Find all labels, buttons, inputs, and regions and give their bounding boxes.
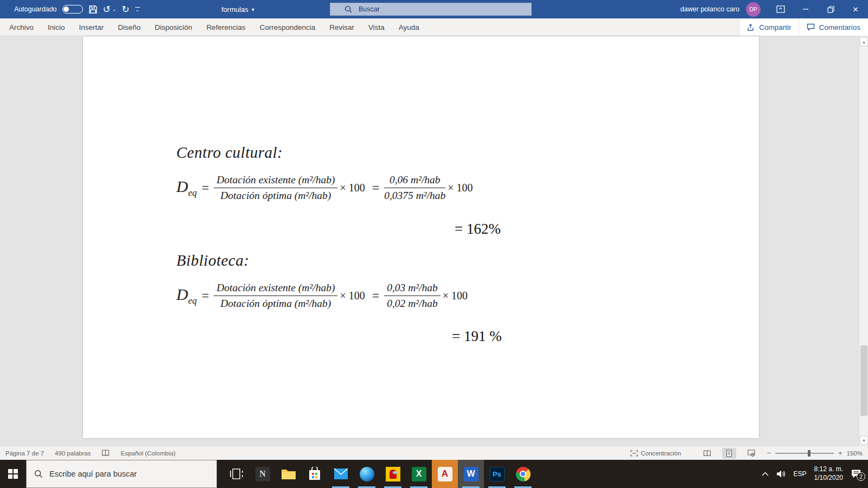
tab-disposicion[interactable]: Disposición: [148, 18, 199, 36]
speaker-icon: [776, 470, 786, 478]
taskbar-app-mail[interactable]: [328, 460, 354, 488]
tab-archivo[interactable]: Archivo: [2, 18, 41, 36]
scrollbar-thumb[interactable]: [860, 345, 867, 416]
ribbon-display-options-icon[interactable]: [768, 0, 793, 18]
print-layout-icon[interactable]: [722, 448, 736, 459]
taskbar-search-placeholder: Escribe aquí para buscar: [49, 470, 137, 478]
tab-ayuda[interactable]: Ayuda: [392, 18, 426, 36]
action-center-button[interactable]: 2: [851, 469, 861, 479]
taskbar-app-among-us[interactable]: [380, 460, 406, 488]
undo-dropdown-icon[interactable]: ⌄: [112, 7, 117, 12]
vertical-scrollbar[interactable]: ▲ ▼: [859, 36, 868, 446]
zoom-in-button[interactable]: +: [838, 449, 843, 457]
zoom-level[interactable]: 150%: [847, 450, 863, 457]
fraction-denominator: 0,0375 m²/hab: [384, 188, 445, 202]
scroll-down-icon[interactable]: ▼: [860, 436, 868, 445]
fraction-denominator: 0,02 m²/hab: [384, 296, 441, 310]
math-symbol-deq: Deq: [176, 285, 197, 306]
status-bar: Página 7 de 7 490 palabras Español (Colo…: [0, 446, 868, 460]
task-view-button[interactable]: [224, 460, 250, 488]
windows-taskbar: Escribe aquí para buscar N X A W Ps: [0, 460, 868, 488]
document-title-text: formulas: [221, 5, 248, 14]
user-name[interactable]: dawer polanco caro: [680, 5, 739, 13]
clock-date: 1/10/2020: [814, 474, 843, 483]
zoom-slider[interactable]: [775, 453, 834, 454]
photoshop-icon: Ps: [490, 467, 505, 481]
ribbon-right-buttons: Compartir Comentarios: [739, 18, 868, 36]
language-indicator[interactable]: Español (Colombia): [120, 450, 175, 457]
focus-mode-button[interactable]: Concentración: [630, 450, 681, 457]
start-button[interactable]: [0, 460, 26, 488]
word-count[interactable]: 490 palabras: [55, 450, 91, 457]
comments-button[interactable]: Comentarios: [799, 18, 868, 36]
document-page[interactable]: Centro cultural: Deq = Dotación existent…: [83, 36, 759, 438]
scroll-up-icon[interactable]: ▲: [860, 37, 868, 46]
show-hidden-icons-button[interactable]: [762, 472, 769, 476]
taskbar-search-input[interactable]: Escribe aquí para buscar: [26, 460, 217, 488]
title-bar: Autoguardado ↺ ⌄ ↻ ⌄ formulas ▾ Buscar d…: [0, 0, 868, 18]
mail-icon: [334, 468, 348, 480]
taskbar-app-word[interactable]: W: [458, 460, 484, 488]
tab-inicio[interactable]: Inicio: [41, 18, 72, 36]
taskbar-app-photoshop[interactable]: Ps: [484, 460, 510, 488]
undo-icon[interactable]: ↺: [103, 5, 111, 14]
taskbar-app-excel[interactable]: X: [406, 460, 432, 488]
search-icon: [34, 470, 43, 478]
microsoft-store-icon: [308, 467, 322, 481]
equals-sign: =: [372, 181, 380, 195]
read-mode-icon[interactable]: [700, 448, 714, 459]
edge-icon: [360, 467, 374, 481]
result-centro-cultural: = 162%: [455, 221, 501, 237]
minimize-icon[interactable]: [793, 0, 818, 18]
tab-correspondencia[interactable]: Correspondencia: [252, 18, 322, 36]
equals-sign: =: [202, 288, 209, 303]
fraction-denominator: Dotación óptima (m²/hab): [214, 296, 337, 310]
taskbar-app-autocad[interactable]: A: [432, 460, 458, 488]
autocad-icon: A: [438, 467, 452, 481]
zoom-slider-thumb[interactable]: [808, 450, 810, 457]
fraction-numerator: 0,06 m²/hab: [384, 174, 445, 188]
share-button[interactable]: Compartir: [739, 18, 799, 36]
autosave-toggle[interactable]: [62, 5, 83, 14]
save-icon[interactable]: [88, 5, 98, 14]
ribbon-tabs: Archivo Inicio Insertar Diseño Disposici…: [0, 18, 426, 36]
fraction-values: 0,03 m²/hab 0,02 m²/hab: [384, 281, 441, 311]
redo-icon[interactable]: ↻: [122, 5, 129, 14]
tab-referencias[interactable]: Referencias: [199, 18, 252, 36]
close-icon[interactable]: ✕: [843, 0, 868, 18]
document-title[interactable]: formulas ▾: [221, 0, 254, 18]
tab-insertar[interactable]: Insertar: [72, 18, 111, 36]
times-100: × 100: [443, 290, 468, 302]
zoom-out-button[interactable]: −: [767, 449, 771, 457]
tab-vista[interactable]: Vista: [361, 18, 392, 36]
restore-icon[interactable]: [818, 0, 843, 18]
task-view-icon: [230, 468, 243, 480]
focus-label: Concentración: [641, 450, 681, 457]
proofing-icon[interactable]: [101, 450, 110, 457]
clock-time: 8:12 a. m.: [814, 465, 843, 474]
customize-quick-access-toolbar-icon[interactable]: ⌄: [135, 7, 140, 11]
avatar[interactable]: DP: [746, 2, 761, 17]
fraction-numerator: Dotación existente (m²/hab): [214, 281, 337, 296]
taskbar-app-chrome[interactable]: [510, 460, 536, 488]
chevron-down-icon: ⌄: [135, 9, 139, 11]
tab-diseno[interactable]: Diseño: [111, 18, 148, 36]
taskbar-app-notion[interactable]: N: [250, 460, 276, 488]
window-controls: dawer polanco caro DP ✕: [680, 0, 868, 18]
share-label: Compartir: [759, 23, 791, 31]
volume-button[interactable]: [776, 470, 786, 478]
tab-revisar[interactable]: Revisar: [322, 18, 361, 36]
clock[interactable]: 8:12 a. m. 1/10/2020: [814, 465, 843, 482]
notion-icon: N: [256, 467, 270, 481]
result-biblioteca: = 191 %: [452, 328, 502, 345]
page-indicator[interactable]: Página 7 de 7: [5, 450, 44, 457]
web-layout-icon[interactable]: [744, 448, 758, 459]
taskbar-app-file-explorer[interactable]: [276, 460, 302, 488]
comments-label: Comentarios: [819, 23, 860, 31]
taskbar-app-microsoft-store[interactable]: [302, 460, 328, 488]
system-tray: ESP 8:12 a. m. 1/10/2020 2: [762, 460, 868, 488]
toggle-knob: [63, 7, 69, 12]
search-input[interactable]: Buscar: [330, 3, 532, 16]
language-button[interactable]: ESP: [794, 470, 807, 478]
taskbar-app-edge[interactable]: [354, 460, 380, 488]
